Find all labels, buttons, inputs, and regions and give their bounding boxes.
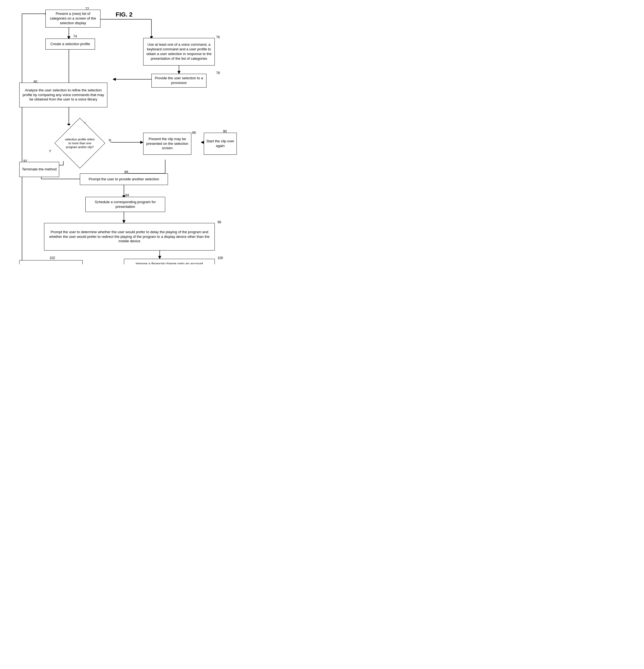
box-schedule: Schedule a corresponding program for pre…	[85, 197, 165, 212]
label-78: 78	[216, 71, 220, 75]
box-analyze-selection: Analyze the user selection to refine the…	[19, 83, 108, 108]
label-y: Y	[49, 149, 51, 153]
label-96: 96	[217, 220, 221, 224]
label-74: 74	[73, 34, 77, 38]
box-present-program: Present the program that is selected by …	[19, 260, 83, 264]
box-start-over: Start the clip over again	[204, 133, 237, 155]
box-use-voice: Use at least one of a voice command, a k…	[143, 38, 215, 66]
flowchart-diagram: FIG. 2 72 Present a (new) list of catego…	[5, 5, 242, 259]
box-impose-charge: Impose a financial charge onto an accoun…	[124, 259, 215, 264]
box-prompt-delay: Prompt the user to determine whether the…	[44, 223, 215, 251]
label-n: N	[109, 139, 111, 142]
label-94: 94	[125, 193, 129, 197]
label-86: 86	[192, 131, 196, 134]
box-present-clip: Present the clip may be presented on the…	[143, 133, 191, 155]
svg-marker-23	[201, 141, 204, 144]
svg-marker-6	[177, 71, 180, 74]
svg-marker-8	[113, 78, 116, 81]
label-102: 102	[49, 256, 55, 260]
box-prompt-another: Prompt the user to provide another selec…	[80, 173, 168, 185]
box-present-list: Present a (new) list of categories on a …	[45, 10, 100, 28]
diamond-selection-profile: selection profile refers to more than on…	[52, 125, 108, 161]
label-100: 100	[217, 256, 223, 260]
svg-marker-30	[123, 220, 125, 223]
label-76: 76	[216, 35, 220, 39]
box-terminate: Terminate the method	[19, 162, 59, 177]
box-provide-selection: Provide the user selection to a processo…	[152, 74, 206, 87]
figure-title: FIG. 2	[116, 11, 132, 18]
svg-marker-15	[140, 141, 143, 144]
svg-marker-33	[158, 256, 161, 259]
box-create-profile: Create a selection profile	[45, 39, 95, 49]
